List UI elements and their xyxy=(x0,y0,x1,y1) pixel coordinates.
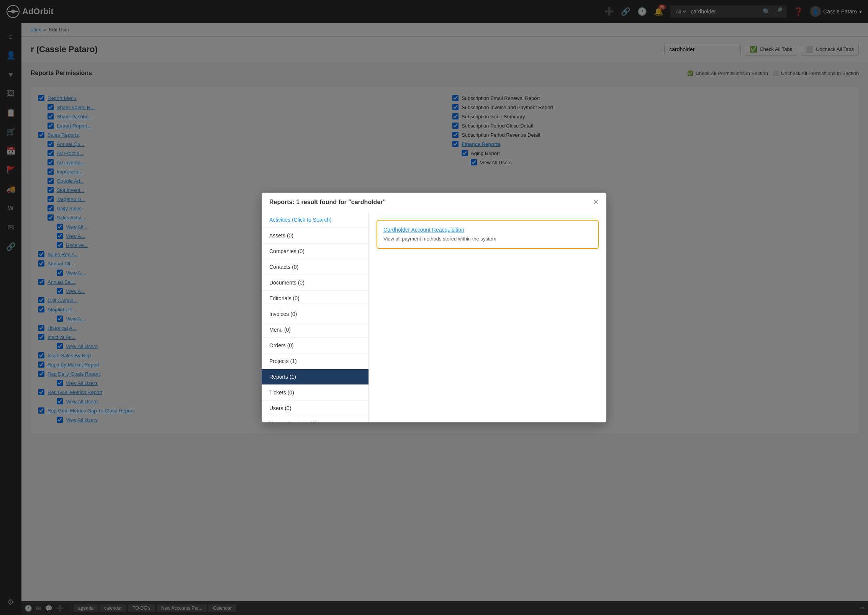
modal-category-vendor-contacts[interactable]: Vendor Contacts (0) xyxy=(262,416,368,422)
modal-category-activities[interactable]: Activities (Click to Search) xyxy=(262,212,368,228)
modal-title: Reports: 1 result found for "cardholder" xyxy=(269,199,386,206)
modal-body: Activities (Click to Search) Assets (0) … xyxy=(262,212,606,422)
modal-category-editorials[interactable]: Editorials (0) xyxy=(262,291,368,306)
modal-category-reports[interactable]: Reports (1) xyxy=(262,369,368,385)
modal-results-panel: Cardholder Account Reacquisition View al… xyxy=(369,212,606,422)
modal-overlay: Reports: 1 result found for "cardholder"… xyxy=(0,0,868,615)
modal-result-title[interactable]: Cardholder Account Reacquisition xyxy=(383,227,592,233)
modal-category-contacts[interactable]: Contacts (0) xyxy=(262,259,368,275)
modal-close-button[interactable]: ✕ xyxy=(593,199,599,206)
modal-result-description: View all payment methods stored within t… xyxy=(383,236,496,242)
modal-category-menu[interactable]: Menu (0) xyxy=(262,322,368,338)
modal-category-projects[interactable]: Projects (1) xyxy=(262,353,368,369)
modal-categories-panel: Activities (Click to Search) Assets (0) … xyxy=(262,212,369,422)
search-modal: Reports: 1 result found for "cardholder"… xyxy=(262,193,606,422)
modal-category-assets[interactable]: Assets (0) xyxy=(262,228,368,244)
modal-category-tickets[interactable]: Tickets (0) xyxy=(262,385,368,401)
modal-category-invoices[interactable]: Invoices (0) xyxy=(262,306,368,322)
modal-category-companies[interactable]: Companies (0) xyxy=(262,244,368,259)
modal-category-users[interactable]: Users (0) xyxy=(262,401,368,416)
modal-category-documents[interactable]: Documents (0) xyxy=(262,275,368,291)
modal-header: Reports: 1 result found for "cardholder"… xyxy=(262,193,606,212)
modal-result-card[interactable]: Cardholder Account Reacquisition View al… xyxy=(377,220,599,249)
modal-category-orders[interactable]: Orders (0) xyxy=(262,338,368,353)
